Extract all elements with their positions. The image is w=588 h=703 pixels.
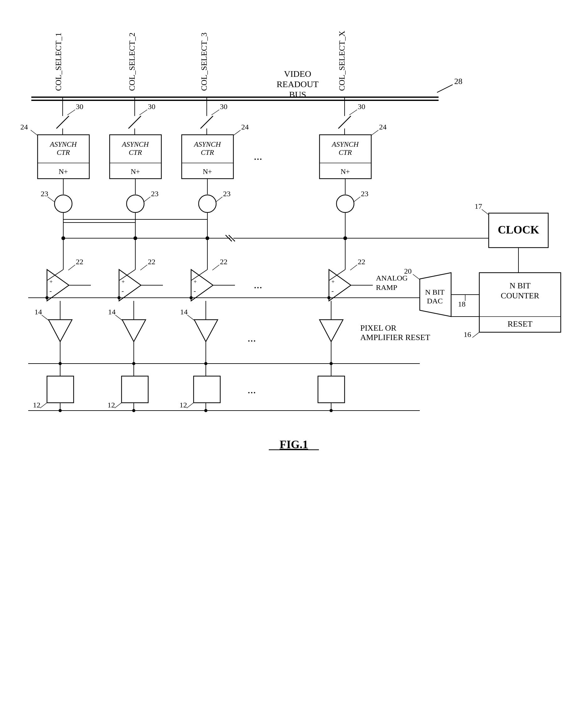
svg-text:30: 30 <box>358 102 365 110</box>
svg-text:22: 22 <box>358 258 365 266</box>
svg-text:-: - <box>121 287 124 295</box>
svg-text:DAC: DAC <box>427 297 443 305</box>
svg-rect-186 <box>47 376 74 403</box>
svg-text:12: 12 <box>33 401 40 409</box>
svg-text:18: 18 <box>458 300 466 308</box>
svg-text:24: 24 <box>379 123 387 131</box>
svg-text:+: + <box>331 279 335 285</box>
svg-text:ASYNCH: ASYNCH <box>121 140 149 148</box>
svg-point-65 <box>55 195 72 213</box>
svg-text:ASYNCH: ASYNCH <box>331 140 359 148</box>
svg-rect-198 <box>193 376 220 403</box>
svg-text:30: 30 <box>220 102 228 110</box>
svg-text:22: 22 <box>148 258 155 266</box>
svg-text:CTR: CTR <box>129 149 142 156</box>
svg-text:BUS: BUS <box>289 90 306 99</box>
svg-text:-: - <box>331 287 334 295</box>
svg-text:30: 30 <box>148 102 155 110</box>
svg-text:24: 24 <box>241 123 249 131</box>
svg-text:+: + <box>121 279 125 285</box>
svg-text:...: ... <box>247 383 256 396</box>
svg-text:N BIT: N BIT <box>509 281 530 290</box>
svg-text:PIXEL OR: PIXEL OR <box>360 323 397 332</box>
diagram-container: VIDEO READOUT BUS 28 COL_SELECT_1 COL_SE… <box>0 0 588 703</box>
svg-text:N+: N+ <box>131 168 140 175</box>
svg-text:22: 22 <box>220 258 228 266</box>
svg-text:...: ... <box>247 332 256 344</box>
svg-text:N+: N+ <box>341 168 350 175</box>
circuit-diagram: VIDEO READOUT BUS 28 COL_SELECT_1 COL_SE… <box>0 0 588 703</box>
svg-text:RESET: RESET <box>507 319 532 328</box>
svg-text:AMPLIFIER RESET: AMPLIFIER RESET <box>360 333 430 342</box>
svg-text:12: 12 <box>179 401 187 409</box>
svg-text:ASYNCH: ASYNCH <box>49 140 77 148</box>
svg-text:-: - <box>193 287 196 295</box>
svg-text:23: 23 <box>41 189 48 198</box>
svg-text:...: ... <box>254 278 262 291</box>
svg-text:12: 12 <box>107 401 115 409</box>
svg-point-71 <box>198 195 216 213</box>
video-readout-bus-label: VIDEO <box>284 69 311 79</box>
svg-text:14: 14 <box>180 308 188 316</box>
svg-text:20: 20 <box>404 267 412 275</box>
svg-text:...: ... <box>254 150 262 162</box>
svg-text:23: 23 <box>361 189 368 198</box>
svg-rect-205 <box>318 376 345 403</box>
svg-text:22: 22 <box>76 258 83 266</box>
svg-text:RAMP: RAMP <box>376 283 397 292</box>
svg-text:17: 17 <box>475 202 482 210</box>
svg-text:CTR: CTR <box>339 149 352 156</box>
svg-text:CTR: CTR <box>57 149 70 156</box>
svg-text:ASYNCH: ASYNCH <box>193 140 221 148</box>
svg-text:N BIT: N BIT <box>425 288 444 296</box>
svg-text:+: + <box>193 279 197 285</box>
svg-text:24: 24 <box>20 123 28 131</box>
svg-text:16: 16 <box>464 330 471 338</box>
svg-text:-: - <box>50 287 52 295</box>
svg-text:14: 14 <box>108 308 115 316</box>
col-select-1-label: COL_SELECT_1 <box>54 32 63 91</box>
svg-text:COL_SELECT_X: COL_SELECT_X <box>337 31 346 91</box>
svg-point-68 <box>127 195 144 213</box>
svg-text:COL_SELECT_3: COL_SELECT_3 <box>199 32 208 91</box>
svg-text:READOUT: READOUT <box>277 79 319 89</box>
svg-text:23: 23 <box>151 189 159 198</box>
svg-text:30: 30 <box>76 102 83 110</box>
svg-text:14: 14 <box>34 308 42 316</box>
svg-text:COUNTER: COUNTER <box>501 291 539 300</box>
svg-rect-0 <box>0 0 588 703</box>
svg-text:N+: N+ <box>203 168 212 175</box>
svg-text:ANALOG: ANALOG <box>376 274 408 282</box>
svg-text:CTR: CTR <box>201 149 214 156</box>
clock-label: CLOCK <box>498 224 539 236</box>
svg-rect-192 <box>121 376 148 403</box>
svg-text:23: 23 <box>223 189 231 198</box>
svg-text:+: + <box>50 279 53 285</box>
svg-point-74 <box>336 195 354 213</box>
svg-text:N+: N+ <box>59 168 68 175</box>
svg-text:COL_SELECT_2: COL_SELECT_2 <box>128 32 137 91</box>
figure-label: FIG.1 <box>279 438 308 451</box>
svg-text:28: 28 <box>454 77 463 86</box>
